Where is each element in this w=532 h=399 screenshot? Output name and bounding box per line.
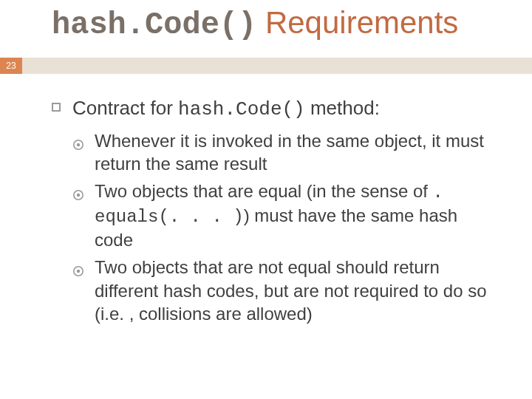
divider-bar: 23 xyxy=(0,58,532,74)
lvl1-post: method: xyxy=(305,97,380,119)
slide-body: Contract for hash.Code() method: Wheneve… xyxy=(52,96,495,330)
target-bullet-icon xyxy=(72,183,84,195)
lvl1-pre: Contract for xyxy=(72,97,178,119)
svg-point-5 xyxy=(77,270,80,273)
divider-fill xyxy=(22,58,532,74)
svg-point-3 xyxy=(77,194,80,197)
title-mono: hash.Code() xyxy=(52,7,256,43)
square-bullet-icon xyxy=(52,103,61,112)
bullet3-text: Two objects that are not equal should re… xyxy=(95,257,487,323)
title-text: Requirements xyxy=(256,5,458,40)
lvl1-mono: hash.Code() xyxy=(178,98,305,120)
slide-title: hash.Code() Requirements xyxy=(52,6,517,42)
bullet-level2: Two objects that are not equal should re… xyxy=(72,256,495,325)
target-bullet-icon xyxy=(72,259,84,271)
slide: hash.Code() Requirements 23 Contract for… xyxy=(0,0,532,399)
bullet-level2: Whenever it is invoked in the same objec… xyxy=(72,129,495,175)
bullet1-text: Whenever it is invoked in the same objec… xyxy=(95,131,484,174)
bullet-level1: Contract for hash.Code() method: xyxy=(52,96,495,122)
page-number: 23 xyxy=(0,58,22,74)
bullet-level2: Two objects that are equal (in the sense… xyxy=(72,180,495,252)
bullet2-pre: Two objects that are equal (in the sense… xyxy=(95,181,433,201)
svg-point-1 xyxy=(77,143,80,146)
target-bullet-icon xyxy=(72,133,84,145)
